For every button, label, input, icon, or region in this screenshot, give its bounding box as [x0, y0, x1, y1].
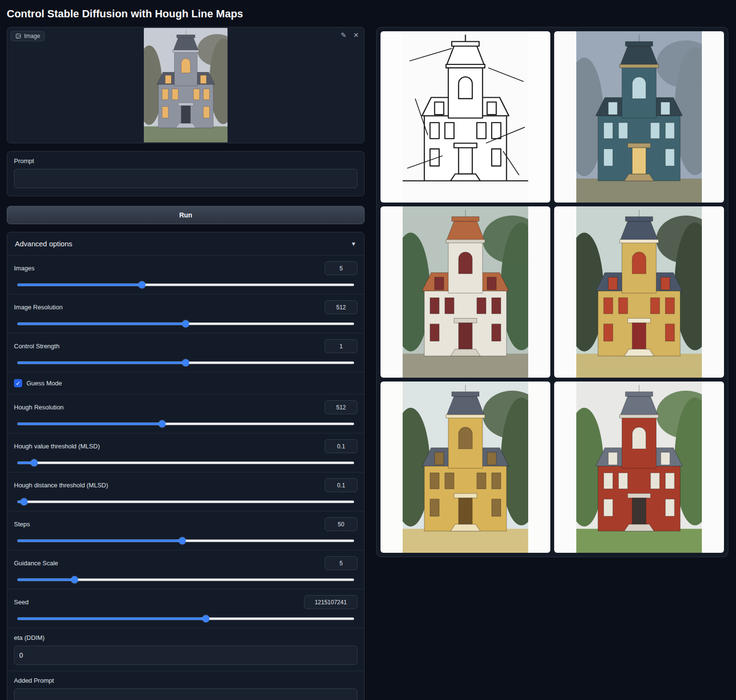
label-images: Images — [14, 265, 35, 272]
control-hough-value-threshold-mlsd: Hough value threshold (MLSD) — [7, 433, 364, 472]
gallery-item-result-tan-house[interactable] — [554, 206, 724, 378]
slider-images[interactable] — [17, 281, 354, 288]
value-input-image-resolution[interactable] — [325, 300, 357, 314]
slider-handle-hough-distance-threshold-mlsd[interactable] — [21, 498, 28, 505]
clear-image-button[interactable]: ✕ — [352, 30, 360, 40]
right-column — [376, 27, 728, 557]
close-icon: ✕ — [353, 31, 359, 39]
label-steps: Steps — [14, 521, 30, 528]
image-icon — [15, 33, 21, 39]
value-input-steps[interactable] — [325, 517, 357, 531]
value-input-hough-distance-threshold-mlsd[interactable] — [325, 478, 357, 492]
control-guidance-scale: Guidance Scale — [7, 550, 364, 589]
gallery-item-result-white-house[interactable] — [381, 206, 550, 378]
left-column: Image ✎ ✕ Prompt Run Advanced options ▼ … — [7, 27, 365, 700]
image-upload-panel[interactable]: Image ✎ ✕ — [7, 27, 365, 143]
input-image — [144, 28, 228, 142]
result-white-house-image — [403, 206, 528, 378]
value-input-control-strength[interactable] — [325, 339, 357, 353]
slider-image-resolution[interactable] — [17, 320, 354, 327]
edit-image-button[interactable]: ✎ — [340, 30, 348, 40]
label-hough-resolution: Hough Resolution — [14, 404, 63, 411]
value-input-seed[interactable] — [304, 595, 357, 609]
slider-handle-image-resolution[interactable] — [182, 320, 190, 327]
control-images: Images — [7, 255, 364, 294]
slider-hough-resolution[interactable] — [17, 420, 354, 427]
control-hough-resolution: Hough Resolution — [7, 394, 364, 433]
control-guess-mode: ✓Guess Mode — [7, 372, 364, 394]
slider-handle-control-strength[interactable] — [182, 359, 190, 366]
advanced-textfields: eta (DDIM)Added PromptNegative Prompt — [7, 628, 364, 700]
control-image-resolution: Image Resolution — [7, 294, 364, 333]
label-guess-mode: Guess Mode — [26, 380, 62, 387]
edit-icon: ✎ — [341, 31, 347, 39]
checkbox-guess-mode[interactable]: ✓ — [14, 379, 22, 387]
input-added-prompt[interactable] — [14, 688, 357, 700]
slider-hough-value-threshold-mlsd[interactable] — [17, 459, 354, 466]
gallery-item-hough-line-map[interactable] — [381, 31, 550, 203]
value-input-hough-resolution[interactable] — [325, 400, 357, 414]
control-seed: Seed — [7, 589, 364, 628]
slider-steps[interactable] — [17, 537, 354, 544]
app-root: Image ✎ ✕ Prompt Run Advanced options ▼ … — [0, 27, 736, 700]
image-actions: ✎ ✕ — [340, 30, 360, 40]
hough-line-map-image — [403, 31, 528, 203]
gallery-grid — [381, 31, 724, 553]
label-hough-value-threshold-mlsd: Hough value threshold (MLSD) — [14, 443, 100, 450]
chevron-down-icon: ▼ — [351, 241, 356, 247]
control-steps: Steps — [7, 511, 364, 550]
image-label: Image — [24, 33, 40, 39]
value-input-images[interactable] — [325, 261, 357, 275]
advanced-options-panel: Advanced options ▼ ImagesImage Resolutio… — [7, 232, 365, 700]
result-red-house-image — [576, 382, 702, 553]
input-eta-ddim[interactable] — [14, 646, 357, 665]
result-teal-house-image — [576, 31, 702, 203]
result-tan-house-image — [576, 206, 702, 378]
label-control-strength: Control Strength — [14, 343, 60, 350]
control-control-strength: Control Strength — [7, 333, 364, 372]
gallery-item-result-red-house[interactable] — [554, 382, 724, 553]
prompt-panel: Prompt — [7, 151, 365, 196]
gallery-item-result-teal-house[interactable] — [554, 31, 724, 203]
slider-handle-images[interactable] — [139, 281, 146, 288]
output-gallery — [376, 27, 728, 557]
label-hough-distance-threshold-mlsd: Hough distance threshold (MLSD) — [14, 482, 108, 489]
field-eta-ddim: eta (DDIM) — [7, 628, 364, 671]
run-button[interactable]: Run — [7, 206, 365, 224]
advanced-options-title: Advanced options — [15, 240, 72, 248]
advanced-controls: ImagesImage ResolutionControl Strength✓G… — [7, 255, 364, 628]
page-title: Control Stable Diffusion with Hough Line… — [0, 0, 736, 27]
result-gold-house-image — [403, 382, 528, 553]
label-added-prompt: Added Prompt — [14, 677, 357, 684]
slider-handle-seed[interactable] — [203, 615, 210, 622]
label-image-resolution: Image Resolution — [14, 304, 63, 311]
slider-seed[interactable] — [17, 615, 354, 622]
slider-handle-steps[interactable] — [179, 537, 186, 544]
slider-handle-hough-value-threshold-mlsd[interactable] — [31, 459, 38, 466]
field-added-prompt: Added Prompt — [7, 671, 364, 700]
advanced-options-header[interactable]: Advanced options ▼ — [7, 232, 364, 255]
slider-handle-hough-resolution[interactable] — [159, 420, 166, 427]
image-label-badge: Image — [11, 31, 45, 41]
label-guidance-scale: Guidance Scale — [14, 560, 58, 567]
label-seed: Seed — [14, 598, 28, 606]
prompt-input[interactable] — [14, 169, 357, 188]
prompt-label: Prompt — [14, 157, 357, 165]
value-input-guidance-scale[interactable] — [325, 556, 357, 570]
value-input-hough-value-threshold-mlsd[interactable] — [325, 439, 357, 453]
slider-hough-distance-threshold-mlsd[interactable] — [17, 498, 354, 505]
slider-handle-guidance-scale[interactable] — [71, 576, 78, 583]
label-eta-ddim: eta (DDIM) — [14, 634, 357, 641]
control-hough-distance-threshold-mlsd: Hough distance threshold (MLSD) — [7, 472, 364, 511]
slider-guidance-scale[interactable] — [17, 576, 354, 583]
gallery-item-result-gold-house[interactable] — [381, 382, 550, 553]
slider-control-strength[interactable] — [17, 359, 354, 366]
